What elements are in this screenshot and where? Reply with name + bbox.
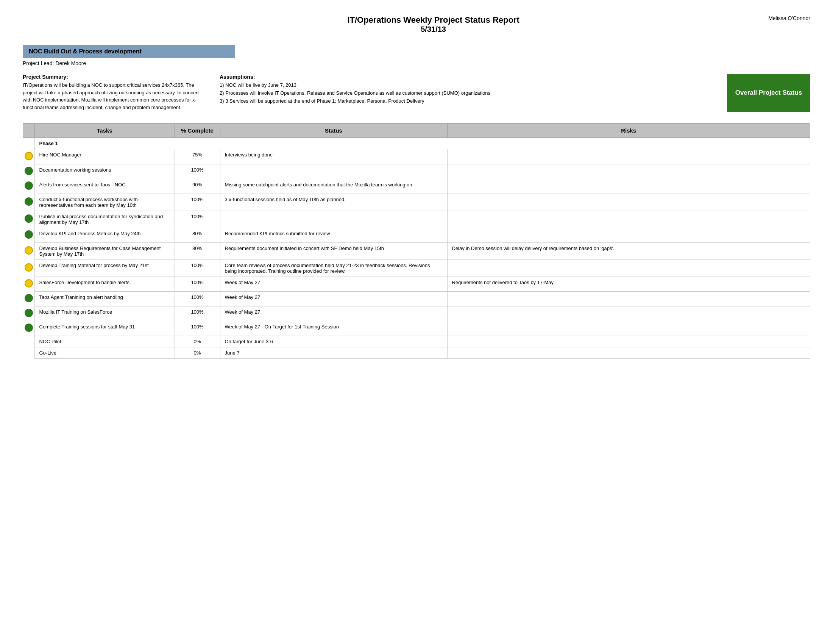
- assumption-3: 3) 3 Services will be supported at the e…: [220, 97, 712, 105]
- task-cell: Develop Training Material for process by…: [34, 259, 175, 277]
- assumption-1: 1) NOC will be live by June 7, 2013: [220, 81, 712, 89]
- complete-cell: 100%: [175, 259, 220, 277]
- risks-cell: [447, 259, 810, 277]
- title-line1: IT/Operations Weekly Project Status Repo…: [98, 15, 768, 25]
- indicator-cell: [23, 164, 35, 179]
- project-banner: NOC Build Out & Process development: [23, 45, 235, 58]
- risks-cell: [447, 228, 810, 242]
- risks-cell: [447, 164, 810, 179]
- task-cell: NOC Pilot: [34, 336, 175, 347]
- table-row: Develop Business Requirements for Case M…: [23, 242, 810, 259]
- status-dot-green: [25, 294, 33, 302]
- table-row: Taos Agent Tranining on alert handling10…: [23, 291, 810, 306]
- project-banner-wrapper: NOC Build Out & Process development Proj…: [23, 45, 810, 66]
- complete-cell: 100%: [175, 291, 220, 306]
- risks-cell: [447, 306, 810, 321]
- assumption-2: 2) Processes will involve IT Operations,…: [220, 89, 712, 97]
- task-cell: SalesForce Development to handle alerts: [34, 277, 175, 291]
- status-cell: Requirements document initiated in conce…: [220, 242, 447, 259]
- status-dot-green: [25, 197, 33, 206]
- task-cell: Publish initial process documentation fo…: [34, 211, 175, 228]
- risks-cell: [447, 291, 810, 306]
- report-title: IT/Operations Weekly Project Status Repo…: [98, 15, 768, 34]
- indicator-cell: [23, 193, 35, 211]
- status-cell: Week of May 27 - On Target for 1st Train…: [220, 321, 447, 336]
- risks-cell: [447, 211, 810, 228]
- project-lead-label: Project Lead:: [23, 60, 54, 66]
- indicator-cell: [23, 306, 35, 321]
- task-cell: Develop Business Requirements for Case M…: [34, 242, 175, 259]
- task-cell: Mozilla IT Training on SalesForce: [34, 306, 175, 321]
- complete-cell: 80%: [175, 242, 220, 259]
- task-cell: Alerts from services sent to Taos - NOC: [34, 179, 175, 193]
- status-cell: [220, 211, 447, 228]
- table-row: Develop Training Material for process by…: [23, 259, 810, 277]
- task-cell: Complete Training sessions for staff May…: [34, 321, 175, 336]
- summary-label: Project Summary:: [23, 74, 204, 80]
- risks-cell: [447, 179, 810, 193]
- risks-cell: [447, 193, 810, 211]
- risks-cell: [447, 347, 810, 358]
- summary-right: Assumptions: 1) NOC will be live by June…: [220, 74, 712, 105]
- status-dot-yellow: [25, 279, 33, 288]
- complete-cell: 100%: [175, 321, 220, 336]
- table-row: Documentation working sessions100%: [23, 164, 810, 179]
- overall-status-label: Overall Project Status: [735, 89, 802, 97]
- status-cell: Missing some catchpoint alerts and docum…: [220, 179, 447, 193]
- complete-cell: 0%: [175, 336, 220, 347]
- task-cell: Go-Live: [34, 347, 175, 358]
- col-header-risks: Risks: [447, 124, 810, 138]
- phase-label: Phase 1: [34, 138, 810, 149]
- overall-status-box: Overall Project Status: [727, 74, 810, 112]
- complete-cell: 0%: [175, 347, 220, 358]
- table-row: NOC Pilot0%On target for June 3-6: [23, 336, 810, 347]
- complete-cell: 75%: [175, 149, 220, 164]
- complete-cell: 100%: [175, 306, 220, 321]
- tasks-table: Tasks % Complete Status Risks Phase 1 Hi…: [23, 123, 810, 359]
- indicator-cell: [23, 242, 35, 259]
- status-dot-yellow: [25, 152, 33, 160]
- task-cell: Hire NOC Manager: [34, 149, 175, 164]
- col-header-complete: % Complete: [175, 124, 220, 138]
- indicator-cell: [23, 228, 35, 242]
- table-row: Hire NOC Manager75%Interviews being done: [23, 149, 810, 164]
- status-dot-yellow: [25, 263, 33, 272]
- project-lead-name: Derek Moore: [55, 60, 86, 66]
- risks-cell: Delay in Demo session will delay deliver…: [447, 242, 810, 259]
- status-dot-green: [25, 182, 33, 190]
- indicator-header: [23, 124, 35, 138]
- risks-cell: [447, 321, 810, 336]
- author-name: Melissa O'Connor: [768, 15, 810, 21]
- phase-indicator-cell: [23, 138, 35, 149]
- status-cell: Week of May 27: [220, 277, 447, 291]
- indicator-cell: [23, 291, 35, 306]
- summary-left: Project Summary: IT/Operations will be b…: [23, 74, 204, 111]
- status-cell: Interviews being done: [220, 149, 447, 164]
- status-dot-green: [25, 214, 33, 223]
- table-header-row: Tasks % Complete Status Risks: [23, 124, 810, 138]
- indicator-cell: [23, 321, 35, 336]
- status-cell: Week of May 27: [220, 291, 447, 306]
- table-row: Develop KPI and Process Metrics by May 2…: [23, 228, 810, 242]
- task-cell: Develop KPI and Process Metrics by May 2…: [34, 228, 175, 242]
- status-cell: 3 x-functional sessions held as of May 1…: [220, 193, 447, 211]
- table-row: Publish initial process documentation fo…: [23, 211, 810, 228]
- task-cell: Conduct x-functional process workshops w…: [34, 193, 175, 211]
- status-cell: Week of May 27: [220, 306, 447, 321]
- risks-cell: [447, 336, 810, 347]
- task-cell: Taos Agent Tranining on alert handling: [34, 291, 175, 306]
- table-row: Go-Live0%June 7: [23, 347, 810, 358]
- status-cell: On target for June 3-6: [220, 336, 447, 347]
- title-line2: 5/31/13: [98, 25, 768, 34]
- status-dot-green: [25, 309, 33, 317]
- page-header: IT/Operations Weekly Project Status Repo…: [23, 15, 810, 34]
- risks-cell: [447, 149, 810, 164]
- assumptions-list: 1) NOC will be live by June 7, 2013 2) P…: [220, 81, 712, 105]
- complete-cell: 90%: [175, 179, 220, 193]
- table-row: SalesForce Development to handle alerts1…: [23, 277, 810, 291]
- status-cell: June 7: [220, 347, 447, 358]
- phase-header-row: Phase 1: [23, 138, 810, 149]
- complete-cell: 80%: [175, 228, 220, 242]
- table-row: Mozilla IT Training on SalesForce100%Wee…: [23, 306, 810, 321]
- status-dot-green: [25, 324, 33, 332]
